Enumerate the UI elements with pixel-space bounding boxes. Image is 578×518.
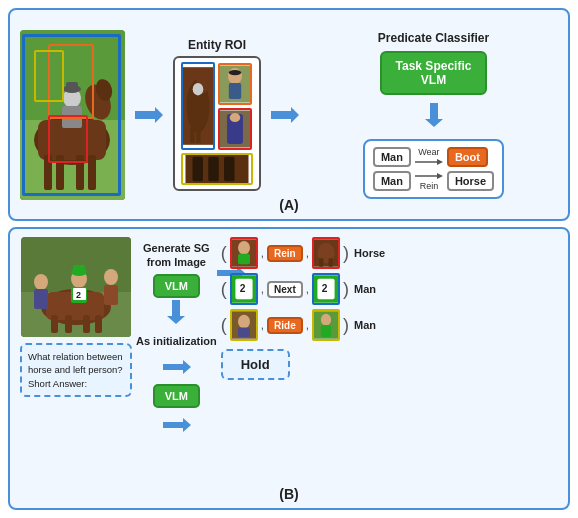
svg-rect-31	[224, 157, 235, 182]
svg-marker-33	[425, 103, 443, 127]
node-boot: Boot	[447, 147, 488, 167]
triplet-row-2: ( 2 , Next ,	[221, 273, 558, 305]
section-a: Entity ROI	[8, 8, 570, 221]
roi-images	[173, 56, 261, 191]
svg-rect-19	[196, 127, 200, 143]
horse-image-b: 2	[21, 237, 131, 337]
triplet-next-label: Next	[267, 281, 303, 298]
pred-row-2: Man Rein Horse	[373, 171, 494, 191]
left-col-b: 2 What relation betwe	[20, 237, 132, 397]
svg-point-24	[229, 69, 241, 74]
svg-rect-23	[229, 83, 241, 99]
arrow-a2	[269, 103, 301, 127]
hold-box: Hold	[221, 349, 290, 380]
center-col-b: Generate SG from Image VLM As initializa	[136, 237, 217, 438]
entity-roi-panel: Entity ROI	[173, 38, 261, 191]
wear-label: Wear	[418, 147, 439, 157]
hold-row: Hold	[221, 349, 558, 380]
vlm-box-b2: VLM	[153, 384, 200, 408]
question-box: What relation between horse and left per…	[20, 343, 132, 397]
section-b-label: (B)	[279, 486, 298, 502]
arrow-down-pred	[425, 101, 443, 133]
svg-point-27	[230, 113, 241, 122]
section-b: 2 What relation betwe	[8, 227, 570, 510]
triplet-row-1: ( , Rein ,	[221, 237, 558, 269]
roi-horse-full	[181, 62, 215, 150]
triplet-entity-2: Man	[354, 283, 376, 295]
node-man1: Man	[373, 147, 411, 167]
triplet-thumb-2b: 2	[312, 273, 340, 305]
roi-rider2	[218, 108, 252, 150]
right-col-b: ( , Rein ,	[221, 237, 558, 380]
svg-rect-45	[73, 265, 85, 273]
as-init-text: As initialization	[136, 334, 217, 348]
triplet-entity-3: Man	[354, 319, 376, 331]
svg-point-61	[238, 241, 250, 255]
horse-image-a	[20, 30, 125, 200]
svg-rect-18	[190, 127, 194, 143]
pred-graph: Man Wear Boot Man Rein Horse	[363, 139, 504, 199]
triplet-ride-label: Ride	[267, 317, 303, 334]
main-container: Entity ROI	[0, 0, 578, 518]
triplet-entity-1: Horse	[354, 247, 385, 259]
predicate-classifier: Predicate Classifier Task Specific VLM M…	[309, 31, 558, 199]
node-horse: Horse	[447, 171, 494, 191]
triplet-thumb-3b	[312, 309, 340, 341]
svg-point-78	[321, 314, 331, 326]
svg-marker-58	[163, 360, 191, 374]
entity-roi-title: Entity ROI	[188, 38, 246, 52]
task-specific-vlm: Task Specific VLM	[380, 51, 488, 95]
triplet-thumb-2a: 2	[230, 273, 258, 305]
vlm-box-b1: VLM	[153, 274, 200, 298]
arrow-b2	[161, 358, 191, 380]
pred-classifier-title: Predicate Classifier	[378, 31, 489, 45]
arrow-a1	[133, 103, 165, 127]
svg-rect-54	[83, 315, 90, 333]
svg-rect-30	[208, 157, 219, 182]
svg-rect-51	[104, 285, 118, 305]
pred-row-1: Man Wear Boot	[373, 147, 494, 167]
svg-rect-66	[329, 258, 333, 267]
svg-text:2: 2	[76, 290, 81, 300]
triplet-thumb-1b	[312, 237, 340, 269]
svg-marker-14	[135, 107, 163, 123]
svg-rect-55	[95, 315, 102, 333]
generate-sg-text: Generate SG from Image	[143, 241, 210, 270]
svg-point-74	[238, 315, 250, 329]
svg-rect-29	[193, 157, 204, 182]
triplet-rein-label: Rein	[267, 245, 303, 262]
svg-rect-53	[65, 315, 72, 333]
svg-marker-59	[163, 418, 191, 432]
svg-text:2: 2	[322, 283, 328, 294]
svg-point-50	[104, 269, 118, 285]
triplet-thumb-1a	[230, 237, 258, 269]
arrow-down-b	[167, 298, 185, 330]
yellow-bbox	[34, 50, 64, 102]
node-man2: Man	[373, 171, 411, 191]
roi-rider1	[218, 63, 252, 105]
triplet-thumb-3a	[230, 309, 258, 341]
roi-boot	[181, 153, 253, 185]
svg-marker-37	[437, 173, 443, 179]
svg-rect-52	[51, 315, 58, 333]
svg-point-20	[193, 83, 204, 95]
svg-marker-57	[167, 300, 185, 324]
svg-rect-49	[34, 289, 48, 309]
svg-rect-62	[238, 254, 250, 264]
triplet-row-3: ( , Ride ,	[221, 309, 558, 341]
section-a-label: (A)	[279, 197, 298, 213]
svg-rect-75	[238, 328, 250, 337]
svg-marker-35	[437, 159, 443, 165]
svg-point-48	[34, 274, 48, 290]
arrow-b3	[161, 416, 191, 438]
rein-label: Rein	[420, 181, 439, 191]
svg-text:2: 2	[239, 283, 245, 294]
svg-rect-79	[321, 325, 331, 337]
svg-rect-65	[319, 258, 323, 267]
svg-marker-32	[271, 107, 299, 123]
red-bbox	[48, 115, 88, 163]
